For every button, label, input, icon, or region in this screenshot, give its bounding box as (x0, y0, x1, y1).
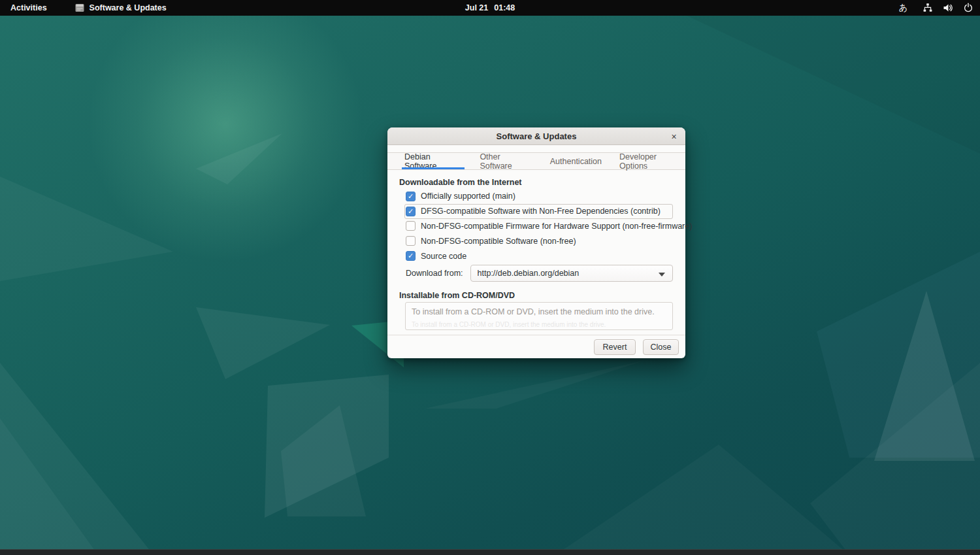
download-server-dropdown[interactable]: http://deb.debian.org/debian (470, 265, 673, 282)
tab-label: Debian Software (404, 152, 462, 171)
clock-date: Jul 21 (465, 3, 488, 12)
download-server-value: http://deb.debian.org/debian (478, 269, 580, 278)
focused-app-menu[interactable]: Software & Updates (74, 3, 167, 13)
checkbox-list: ✓ Officially supported (main) ✓ DFSG-com… (404, 189, 673, 263)
software-updates-app-icon (74, 3, 85, 13)
internet-section-heading: Downloadable from the Internet (399, 178, 522, 187)
tab-label: Developer Options (619, 152, 684, 171)
power-icon[interactable] (963, 3, 973, 13)
checkbox-label: Non-DFSG-compatible Software (non-free) (421, 237, 576, 246)
clock-time: 01:48 (494, 3, 515, 12)
checkbox[interactable] (406, 236, 416, 246)
top-bar: Activities Software & Updates Jul 21 01:… (0, 0, 980, 16)
volume-icon[interactable] (943, 3, 953, 13)
close-icon[interactable]: × (667, 129, 681, 143)
system-status-area[interactable]: あ (899, 2, 973, 14)
dialog-titlebar[interactable]: Software & Updates × (387, 127, 685, 145)
checkbox-row-contrib[interactable]: ✓ DFSG-compatible Software with Non-Free… (404, 204, 673, 219)
checkbox-row-non-free-firmware[interactable]: Non-DFSG-compatible Firmware for Hardwar… (404, 219, 673, 234)
activities-button[interactable]: Activities (8, 3, 50, 12)
tab-developer-options[interactable]: Developer Options (618, 153, 685, 169)
clock[interactable]: Jul 21 01:48 (465, 3, 515, 12)
checkbox-label: Non-DFSG-compatible Firmware for Hardwar… (421, 222, 692, 231)
close-button[interactable]: Close (643, 339, 679, 355)
checkbox-row-non-free[interactable]: Non-DFSG-compatible Software (non-free) (404, 233, 673, 248)
tab-authentication[interactable]: Authentication (549, 153, 603, 169)
download-from-row: Download from: http://deb.debian.org/deb… (406, 265, 673, 282)
tab-label: Other Software (480, 152, 532, 171)
dialog-title: Software & Updates (497, 131, 577, 141)
screen-bottom-edge (0, 549, 980, 555)
tab-strip: Debian Software Other Software Authentic… (387, 152, 685, 170)
checkbox-label: DFSG-compatible Software with Non-Free D… (421, 207, 661, 216)
checkbox-label: Source code (421, 252, 466, 261)
action-area-separator (387, 335, 685, 335)
network-wired-icon[interactable] (923, 3, 933, 13)
cdrom-media-list[interactable]: To install from a CD-ROM or DVD, insert … (405, 302, 673, 330)
dropdown-arrow-icon (659, 273, 665, 277)
download-from-label: Download from: (406, 269, 463, 278)
checkbox[interactable] (406, 221, 416, 231)
checkbox-row-main[interactable]: ✓ Officially supported (main) (404, 189, 673, 204)
checkbox[interactable]: ✓ (406, 192, 416, 201)
cdrom-placeholder-ghost: To install from a CD-ROM or DVD, insert … (412, 321, 606, 328)
software-updates-dialog: Software & Updates × Debian Software Oth… (387, 127, 685, 358)
checkbox-label: Officially supported (main) (421, 192, 515, 201)
focused-app-title: Software & Updates (90, 3, 167, 12)
checkbox[interactable]: ✓ (406, 207, 416, 216)
revert-button[interactable]: Revert (594, 339, 636, 355)
checkbox[interactable]: ✓ (406, 251, 416, 261)
tab-label: Authentication (550, 157, 602, 166)
tab-debian-software[interactable]: Debian Software (403, 153, 463, 169)
tab-other-software[interactable]: Other Software (478, 153, 533, 169)
input-method-indicator[interactable]: あ (899, 2, 907, 14)
checkbox-row-source-code[interactable]: ✓ Source code (404, 248, 673, 263)
cdrom-section-heading: Installable from CD-ROM/DVD (399, 291, 515, 300)
cdrom-placeholder-text: To install from a CD-ROM or DVD, insert … (412, 307, 655, 316)
